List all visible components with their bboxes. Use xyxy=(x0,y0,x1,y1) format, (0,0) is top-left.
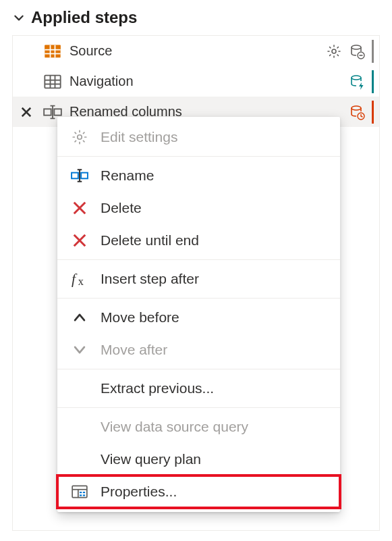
svg-rect-26 xyxy=(81,173,88,179)
database-minus-icon xyxy=(347,42,366,61)
blank-icon xyxy=(69,378,90,398)
step-label: Source xyxy=(69,43,325,59)
svg-marker-16 xyxy=(359,82,364,90)
chevron-down-icon xyxy=(12,11,26,24)
menu-label: Edit settings xyxy=(101,129,328,145)
database-bolt-icon xyxy=(347,72,366,91)
step-row-source[interactable]: Source xyxy=(13,36,379,66)
menu-separator xyxy=(57,156,340,157)
menu-label: Delete xyxy=(101,200,328,216)
fx-icon: fx xyxy=(69,269,90,289)
menu-label: Delete until end xyxy=(101,232,328,249)
menu-delete[interactable]: Delete xyxy=(57,192,340,224)
menu-insert-step-after[interactable]: fx Insert step after xyxy=(57,263,340,295)
menu-properties[interactable]: Properties... xyxy=(57,475,340,508)
applied-steps-title: Applied steps xyxy=(31,8,137,27)
svg-rect-10 xyxy=(45,75,60,88)
applied-steps-header[interactable]: Applied steps xyxy=(0,0,392,34)
menu-label: Extract previous... xyxy=(101,380,328,396)
svg-point-6 xyxy=(332,49,336,53)
blank-icon xyxy=(69,417,90,437)
properties-icon xyxy=(69,482,90,502)
menu-separator xyxy=(57,298,340,299)
svg-point-7 xyxy=(352,45,361,49)
svg-rect-19 xyxy=(44,109,51,115)
step-row-navigation[interactable]: Navigation xyxy=(13,66,379,97)
applied-steps-list: Source Navigation xyxy=(12,35,380,531)
blank-icon xyxy=(69,449,90,469)
svg-text:x: x xyxy=(78,276,84,288)
svg-rect-1 xyxy=(45,45,60,49)
menu-view-data-source-query: View data source query xyxy=(57,411,340,443)
database-clock-icon xyxy=(347,103,366,122)
menu-extract-previous[interactable]: Extract previous... xyxy=(57,372,340,405)
menu-label: Rename xyxy=(101,168,328,184)
step-context-menu: Edit settings Rename Delete Delete until… xyxy=(57,117,340,512)
svg-point-15 xyxy=(352,76,361,80)
svg-rect-37 xyxy=(80,492,82,493)
delete-step-button[interactable] xyxy=(13,97,40,127)
menu-move-before[interactable]: Move before xyxy=(57,301,340,334)
status-bar xyxy=(372,101,374,124)
delete-x-icon xyxy=(69,198,90,218)
gear-icon xyxy=(69,127,90,147)
svg-rect-38 xyxy=(80,494,82,496)
menu-edit-settings: Edit settings xyxy=(57,121,340,153)
delete-x-icon xyxy=(69,230,90,251)
step-label: Navigation xyxy=(69,74,347,89)
gear-icon[interactable] xyxy=(325,42,343,61)
menu-move-after: Move after xyxy=(57,334,340,366)
menu-delete-until-end[interactable]: Delete until end xyxy=(57,224,340,257)
menu-separator xyxy=(57,407,340,408)
svg-rect-25 xyxy=(72,173,78,179)
menu-label: Insert step after xyxy=(101,271,328,287)
svg-rect-40 xyxy=(83,494,85,496)
menu-view-query-plan[interactable]: View query plan xyxy=(57,443,340,475)
status-bar xyxy=(372,40,374,63)
table-source-icon xyxy=(43,41,63,61)
chevron-up-icon xyxy=(69,307,90,328)
svg-point-24 xyxy=(78,135,82,140)
menu-label: Properties... xyxy=(101,484,328,500)
menu-separator xyxy=(57,259,340,260)
menu-label: Move before xyxy=(101,309,328,326)
table-icon xyxy=(43,72,63,92)
svg-point-22 xyxy=(352,106,361,110)
menu-label: View data source query xyxy=(101,419,328,435)
menu-label: Move after xyxy=(101,342,328,358)
svg-text:f: f xyxy=(72,271,78,287)
status-bar xyxy=(372,70,374,93)
menu-label: View query plan xyxy=(101,451,328,467)
menu-separator xyxy=(57,369,340,369)
menu-rename[interactable]: Rename xyxy=(57,159,340,192)
rename-icon xyxy=(69,165,90,186)
svg-rect-39 xyxy=(83,492,85,493)
chevron-down-icon xyxy=(69,340,90,360)
svg-rect-20 xyxy=(54,109,61,115)
